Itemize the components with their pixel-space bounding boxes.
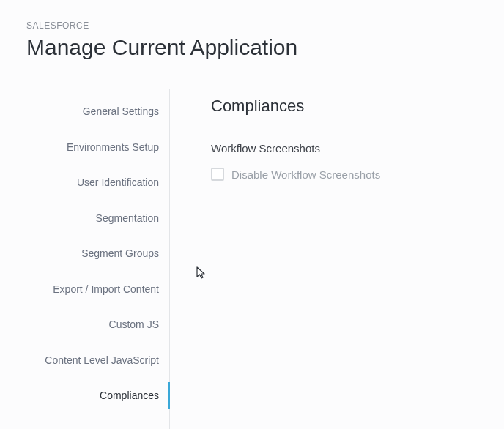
checkbox-row-disable-workflow-screenshots: Disable Workflow Screenshots [211, 168, 504, 181]
sidebar-item-general-settings[interactable]: General Settings [26, 94, 169, 130]
disable-workflow-screenshots-checkbox[interactable] [211, 168, 224, 181]
sidebar-item-label: Segmentation [96, 212, 159, 224]
sidebar-item-content-level-javascript[interactable]: Content Level JavaScript [26, 343, 169, 378]
sidebar-item-label: Custom JS [109, 318, 159, 330]
sidebar-item-label: User Identification [77, 176, 159, 188]
subsection-title: Workflow Screenshots [211, 142, 504, 154]
sidebar-item-export-import-content[interactable]: Export / Import Content [26, 272, 169, 307]
sidebar-item-environments-setup[interactable]: Environments Setup [26, 130, 169, 165]
sidebar-item-custom-js[interactable]: Custom JS [26, 307, 169, 343]
page-title: Manage Current Application [26, 35, 504, 60]
sidebar-item-user-identification[interactable]: User Identification [26, 165, 169, 201]
sidebar-item-label: Segment Groups [81, 247, 159, 259]
sidebar-item-label: Environments Setup [67, 141, 159, 153]
sidebar-item-segment-groups[interactable]: Segment Groups [26, 236, 169, 272]
checkbox-label: Disable Workflow Screenshots [231, 168, 380, 181]
sidebar-item-compliances[interactable]: Compliances [26, 378, 169, 414]
sidebar-item-label: General Settings [83, 105, 159, 117]
sidebar-item-label: Export / Import Content [53, 283, 159, 295]
breadcrumb: SALESFORCE [26, 20, 504, 31]
section-title: Compliances [211, 97, 504, 116]
main-content: Compliances Workflow Screenshots Disable… [170, 89, 504, 429]
sidebar: General Settings Environments Setup User… [26, 89, 170, 429]
sidebar-item-label: Compliances [100, 389, 159, 401]
sidebar-item-label: Content Level JavaScript [45, 354, 159, 366]
sidebar-item-segmentation[interactable]: Segmentation [26, 201, 169, 236]
